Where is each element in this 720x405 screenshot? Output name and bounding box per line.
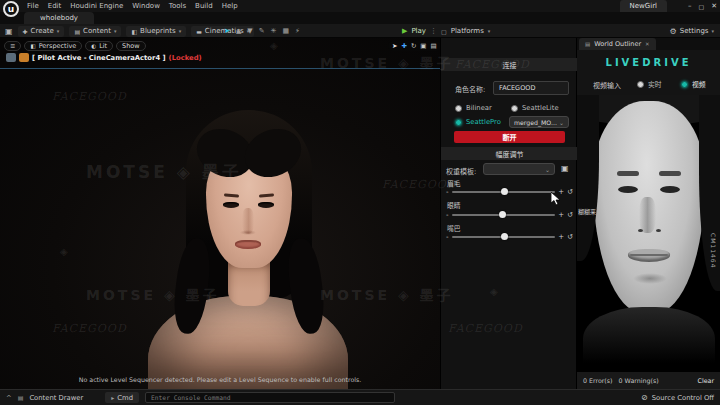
video-subject-nostril-right <box>656 229 661 232</box>
clear-button[interactable]: Clear <box>698 377 714 384</box>
video-subject-nose <box>639 197 656 233</box>
maximize-button[interactable]: ▢ <box>698 3 704 10</box>
bilinear-label: Bilinear <box>466 104 492 112</box>
play-icon[interactable]: ▶ <box>402 27 407 35</box>
content-drawer-button[interactable]: Content Drawer <box>29 394 83 402</box>
video-subject-lips <box>628 249 670 262</box>
video-radio-icon <box>681 81 688 88</box>
menu-file[interactable]: File <box>27 2 39 10</box>
radio-seattlepro[interactable]: SeattlePro <box>455 118 501 126</box>
source-control-button[interactable]: Source Control Off <box>652 394 714 402</box>
weight-template-dropdown[interactable]: ⌄ <box>483 163 555 175</box>
mode-brush-icon[interactable]: ✎ <box>259 27 265 35</box>
unreal-editor-window: u File Edit Houdini Engine Window Tools … <box>0 0 720 405</box>
eyebrows-reset-icon[interactable]: ↺ <box>567 188 573 196</box>
mode-landscape-icon[interactable]: ▲ <box>236 27 241 35</box>
viewport-options-button[interactable]: ≡ <box>4 41 21 51</box>
video-subject-eyebrow-left <box>617 171 639 176</box>
mode-select-icon[interactable]: ➤ <box>224 27 230 35</box>
viewport-move-icon[interactable]: ✚ <box>401 42 406 50</box>
content-button[interactable]: ▤ Content ▾ <box>69 26 121 37</box>
mode-animation-icon[interactable]: ⚡ <box>295 27 300 35</box>
pilot-eject-icon[interactable] <box>6 53 16 62</box>
radio-realtime[interactable]: 实时 <box>637 79 662 89</box>
realtime-label: 实时 <box>648 79 662 89</box>
mouth-slider-track[interactable] <box>452 232 556 241</box>
facegood-plugin-panel: 连接 角色名称: FACEGOOD Bilinear SeattleLite S… <box>440 38 577 389</box>
eyes-minus-button[interactable]: - <box>446 211 449 219</box>
realtime-radio-icon <box>637 81 644 88</box>
tab-world-outliner[interactable]: ▤ World Outliner ✕ <box>579 38 656 50</box>
viewport-camera-speed-icon[interactable]: ▤ <box>431 42 437 50</box>
viewport-show-button[interactable]: Show <box>116 41 146 51</box>
mode-foliage-icon[interactable]: ▼ <box>247 27 252 35</box>
seattlelite-label: SeattleLite <box>522 104 559 112</box>
viewport-rotate-icon[interactable]: ↻ <box>411 42 416 50</box>
cmd-button[interactable]: ▸ Cmd <box>105 392 139 403</box>
tab-close-icon[interactable]: ✕ <box>645 41 650 47</box>
mouth-plus-button[interactable]: + <box>558 233 564 241</box>
save-icon[interactable]: ▣ <box>5 27 13 36</box>
menu-edit[interactable]: Edit <box>48 2 62 10</box>
menu-houdini-engine[interactable]: Houdini Engine <box>70 2 123 10</box>
platforms-icon: ▢ <box>441 28 447 35</box>
viewport-select-icon[interactable]: ➤ <box>392 42 397 50</box>
menu-help[interactable]: Help <box>222 2 238 10</box>
menu-build[interactable]: Build <box>195 2 213 10</box>
save-weights-icon[interactable]: ▣ <box>561 164 569 173</box>
video-label: 视频 <box>692 79 706 89</box>
eyes-slider-thumb[interactable] <box>499 211 506 218</box>
webcam-video-feed: 糊糊来 CM11464 <box>577 95 720 371</box>
settings-gear-icon: ⚙ <box>670 27 677 36</box>
world-outliner-label: World Outliner <box>594 40 641 48</box>
eyebrows-slider-thumb[interactable] <box>501 188 508 195</box>
character-name-input[interactable]: FACEGOOD <box>493 81 569 95</box>
eyebrows-slider-track[interactable] <box>452 187 556 196</box>
mode-meshpaint-icon[interactable]: ✳ <box>271 27 277 35</box>
video-subject-hair-left <box>577 95 599 261</box>
mode-fracture-icon[interactable]: ▦ <box>282 27 289 35</box>
viewport-lit-button[interactable]: ◐ Lit <box>85 41 113 51</box>
radio-bilinear[interactable]: Bilinear <box>455 104 492 112</box>
play-label[interactable]: Play <box>411 27 426 35</box>
menu-tools[interactable]: Tools <box>169 2 186 10</box>
create-button[interactable]: ✚ Create ▾ <box>18 26 65 37</box>
menu-window[interactable]: Window <box>132 2 160 10</box>
create-icon: ✚ <box>23 28 28 35</box>
mouth-slider-thumb[interactable] <box>501 233 508 240</box>
eyes-slider-track[interactable] <box>452 210 556 219</box>
unreal-logo-icon[interactable]: u <box>3 1 19 17</box>
model-dropdown[interactable]: merged_MO... ⌄ <box>509 116 569 128</box>
minimize-button[interactable]: – <box>688 2 692 10</box>
mouth-reset-icon[interactable]: ↺ <box>567 233 573 241</box>
3d-viewport[interactable]: ≡ ◧ Perspective ◐ Lit Show [ Pilot Activ… <box>0 38 440 389</box>
eyes-plus-button[interactable]: + <box>558 211 564 219</box>
radio-seattlelite[interactable]: SeattleLite <box>511 104 559 112</box>
weight-dropdown-chevron-icon: ⌄ <box>545 166 550 173</box>
pilot-camera-icon[interactable] <box>19 53 29 62</box>
content-drawer-chevron-icon[interactable]: ^ <box>6 394 12 402</box>
disconnect-button[interactable]: 断开 <box>454 131 565 143</box>
video-subject-nostril-left <box>638 229 643 232</box>
hamburger-icon: ≡ <box>10 42 15 50</box>
lit-icon: ◐ <box>91 43 96 49</box>
seattlepro-radio-icon <box>455 119 462 126</box>
blueprints-icon: ◧ <box>131 28 137 35</box>
radio-video[interactable]: 视频 <box>681 79 706 89</box>
tab-wholebody[interactable]: wholebody <box>24 12 94 24</box>
sequencer-warning-message: No active Level Sequencer detected. Plea… <box>0 376 440 383</box>
platforms-label[interactable]: Platforms <box>451 27 484 35</box>
eyes-reset-icon[interactable]: ↺ <box>567 211 573 219</box>
eyebrows-minus-button[interactable]: - <box>446 188 449 196</box>
settings-label[interactable]: Settings <box>680 27 709 35</box>
slider-mouth: - + ↺ <box>446 232 573 241</box>
video-subject-lip-line <box>630 254 668 256</box>
console-command-input[interactable] <box>145 392 395 403</box>
mouth-minus-button[interactable]: - <box>446 233 449 241</box>
video-subject-eyebrow-right <box>659 171 681 176</box>
play-options-kebab-icon[interactable]: ⋮ <box>430 27 437 35</box>
viewport-perspective-button[interactable]: ◧ Perspective <box>24 41 82 51</box>
close-button[interactable]: ✕ <box>711 2 717 10</box>
blueprints-button[interactable]: ◧ Blueprints ▾ <box>126 26 186 37</box>
viewport-scale-icon[interactable]: ▣ <box>420 42 426 50</box>
